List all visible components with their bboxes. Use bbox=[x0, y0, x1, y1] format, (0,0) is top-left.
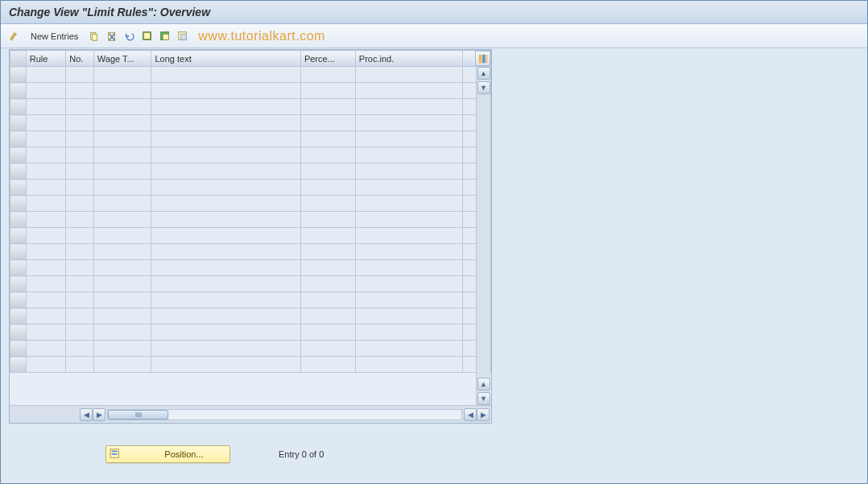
table-cell[interactable] bbox=[66, 180, 94, 196]
row-selector[interactable] bbox=[10, 292, 27, 308]
table-cell[interactable] bbox=[151, 212, 300, 228]
table-row[interactable] bbox=[10, 292, 491, 308]
table-cell[interactable] bbox=[66, 260, 94, 276]
delete-icon[interactable] bbox=[105, 29, 119, 43]
table-cell[interactable] bbox=[26, 212, 65, 228]
table-cell[interactable] bbox=[300, 325, 355, 341]
table-cell[interactable] bbox=[93, 244, 151, 260]
row-selector[interactable] bbox=[10, 180, 27, 196]
table-cell[interactable] bbox=[26, 163, 65, 180]
table-cell[interactable] bbox=[66, 67, 94, 83]
table-cell[interactable] bbox=[300, 115, 355, 131]
table-cell[interactable] bbox=[93, 212, 151, 228]
table-cell[interactable] bbox=[66, 196, 94, 212]
table-cell[interactable] bbox=[26, 244, 65, 260]
table-cell[interactable] bbox=[151, 357, 300, 373]
row-selector[interactable] bbox=[10, 83, 27, 99]
table-cell[interactable] bbox=[151, 308, 300, 325]
table-cell[interactable] bbox=[300, 228, 355, 244]
table-row[interactable] bbox=[10, 147, 491, 163]
table-cell[interactable] bbox=[300, 292, 355, 308]
table-cell[interactable] bbox=[26, 83, 65, 99]
table-row[interactable] bbox=[10, 212, 491, 228]
table-cell[interactable] bbox=[355, 163, 462, 180]
table-cell[interactable] bbox=[355, 147, 462, 163]
select-block-icon[interactable] bbox=[158, 29, 172, 43]
table-cell[interactable] bbox=[151, 276, 300, 292]
table-cell[interactable] bbox=[355, 180, 462, 196]
table-row[interactable] bbox=[10, 325, 491, 341]
table-cell[interactable] bbox=[93, 115, 151, 131]
table-cell[interactable] bbox=[66, 147, 94, 163]
table-cell[interactable] bbox=[300, 276, 355, 292]
table-cell[interactable] bbox=[26, 260, 65, 276]
col-header-no[interactable]: No. bbox=[66, 51, 94, 67]
table-row[interactable] bbox=[10, 357, 491, 373]
table-row[interactable] bbox=[10, 99, 491, 115]
table-cell[interactable] bbox=[26, 308, 65, 325]
table-cell[interactable] bbox=[355, 115, 462, 131]
table-row[interactable] bbox=[10, 276, 491, 292]
col-header-longtext[interactable]: Long text bbox=[151, 51, 300, 67]
table-cell[interactable] bbox=[93, 180, 151, 196]
table-cell[interactable] bbox=[93, 163, 151, 180]
row-selector[interactable] bbox=[10, 228, 27, 244]
table-row[interactable] bbox=[10, 260, 491, 276]
col-header-procind[interactable]: Proc.ind. bbox=[355, 51, 462, 67]
table-cell[interactable] bbox=[151, 83, 300, 99]
table-cell[interactable] bbox=[93, 276, 151, 292]
vertical-scrollbar[interactable]: ▲ ▼ ▲ ▼ bbox=[476, 67, 490, 405]
table-cell[interactable] bbox=[93, 341, 151, 357]
table-cell[interactable] bbox=[300, 99, 355, 115]
table-cell[interactable] bbox=[355, 131, 462, 147]
table-cell[interactable] bbox=[93, 131, 151, 147]
hscroll-left-icon[interactable]: ◀ bbox=[80, 408, 93, 421]
table-row[interactable] bbox=[10, 341, 491, 357]
table-cell[interactable] bbox=[151, 325, 300, 341]
table-cell[interactable] bbox=[26, 99, 65, 115]
table-cell[interactable] bbox=[151, 244, 300, 260]
table-cell[interactable] bbox=[355, 308, 462, 325]
table-cell[interactable] bbox=[300, 163, 355, 180]
table-cell[interactable] bbox=[151, 180, 300, 196]
hscroll-left2-icon[interactable]: ◀ bbox=[464, 408, 477, 421]
table-cell[interactable] bbox=[355, 341, 462, 357]
table-row[interactable] bbox=[10, 244, 491, 260]
hscroll-right-icon[interactable]: ▶ bbox=[93, 408, 105, 421]
table-cell[interactable] bbox=[93, 196, 151, 212]
table-cell[interactable] bbox=[300, 147, 355, 163]
position-button[interactable]: Position... bbox=[105, 445, 230, 463]
table-row[interactable] bbox=[10, 308, 491, 325]
table-cell[interactable] bbox=[355, 196, 462, 212]
table-cell[interactable] bbox=[355, 228, 462, 244]
table-cell[interactable] bbox=[300, 244, 355, 260]
table-cell[interactable] bbox=[66, 99, 94, 115]
table-cell[interactable] bbox=[300, 131, 355, 147]
table-cell[interactable] bbox=[66, 325, 94, 341]
table-config-icon[interactable] bbox=[475, 51, 490, 66]
row-selector[interactable] bbox=[10, 276, 27, 292]
table-cell[interactable] bbox=[66, 163, 94, 180]
table-row[interactable] bbox=[10, 131, 491, 147]
table-cell[interactable] bbox=[66, 131, 94, 147]
table-cell[interactable] bbox=[355, 99, 462, 115]
table-cell[interactable] bbox=[66, 276, 94, 292]
table-cell[interactable] bbox=[151, 99, 300, 115]
table-cell[interactable] bbox=[151, 292, 300, 308]
table-cell[interactable] bbox=[151, 67, 300, 83]
col-header-wage[interactable]: Wage T... bbox=[93, 51, 151, 67]
table-cell[interactable] bbox=[66, 212, 94, 228]
table-cell[interactable] bbox=[355, 276, 462, 292]
table-cell[interactable] bbox=[66, 308, 94, 325]
row-selector[interactable] bbox=[10, 67, 27, 83]
table-cell[interactable] bbox=[300, 67, 355, 83]
table-cell[interactable] bbox=[93, 99, 151, 115]
row-selector[interactable] bbox=[10, 341, 27, 357]
row-selector[interactable] bbox=[10, 131, 27, 147]
table-cell[interactable] bbox=[26, 131, 65, 147]
table-cell[interactable] bbox=[300, 212, 355, 228]
table-row[interactable] bbox=[10, 115, 491, 131]
table-cell[interactable] bbox=[355, 357, 462, 373]
table-cell[interactable] bbox=[355, 67, 462, 83]
row-selector[interactable] bbox=[10, 196, 27, 212]
